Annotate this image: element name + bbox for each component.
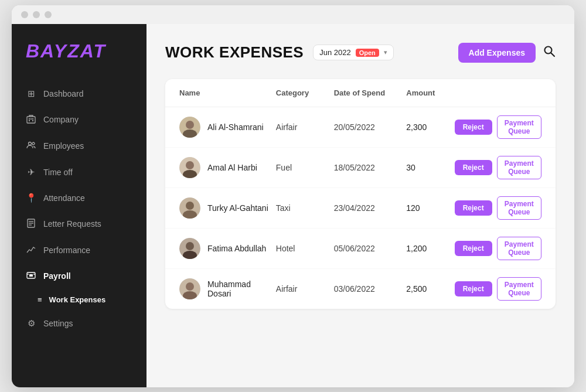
sidebar-nav: ⊞ Dashboard Company Employees ✈ — [12, 76, 146, 341]
reject-button[interactable]: Reject — [455, 241, 492, 256]
table-row: Amal Al Harbi Fuel 18/05/2022 30 Reject … — [165, 148, 556, 188]
employee-name: Fatima Abdullah — [207, 244, 266, 253]
browser-dot-3 — [45, 11, 52, 18]
employee-name: Muhammad Dosari — [207, 279, 276, 298]
performance-icon — [26, 245, 36, 256]
svg-rect-13 — [29, 274, 33, 277]
header-left: WORK EXPENSES Jun 2022 Open ▾ — [165, 43, 394, 62]
sidebar-item-label: Time off — [43, 168, 73, 177]
chevron-down-icon: ▾ — [384, 49, 387, 56]
employee-cell: Amal Al Harbi — [179, 157, 276, 178]
browser-dot-2 — [33, 11, 40, 18]
sidebar-item-label: Performance — [43, 246, 90, 255]
payment-queue-button[interactable]: Payment Queue — [497, 115, 541, 139]
sidebar-item-label: Dashboard — [43, 89, 84, 98]
category: Airfair — [276, 122, 334, 132]
sidebar-item-company[interactable]: Company — [12, 107, 146, 133]
reject-button[interactable]: Reject — [455, 160, 492, 175]
avatar — [179, 197, 200, 219]
sidebar-item-attendance[interactable]: 📍 Attendance — [12, 185, 146, 211]
avatar — [179, 278, 200, 299]
sidebar-item-settings[interactable]: ⚙ Settings — [12, 311, 146, 336]
sidebar-item-label: Employees — [43, 141, 84, 151]
date-of-spend: 23/04/2022 — [334, 203, 407, 213]
svg-point-25 — [186, 202, 194, 210]
svg-point-16 — [545, 47, 552, 54]
settings-icon: ⚙ — [26, 318, 36, 329]
app-container: BAYZAT ⊞ Dashboard Company Empl — [12, 24, 574, 387]
col-name: Name — [179, 88, 276, 97]
category: Taxi — [276, 203, 334, 213]
svg-line-17 — [551, 53, 555, 57]
date-of-spend: 05/06/2022 — [334, 244, 407, 253]
svg-point-19 — [186, 121, 194, 129]
svg-point-7 — [32, 142, 35, 145]
employee-cell: Turky Al-Gahtani — [179, 197, 276, 219]
amount: 120 — [406, 203, 454, 213]
svg-point-6 — [29, 142, 32, 145]
table-row: Muhammad Dosari Airfair 03/06/2022 2,500… — [165, 269, 556, 309]
svg-rect-5 — [32, 120, 33, 121]
employee-cell: Ali Al-Shamrani — [179, 117, 276, 138]
svg-rect-4 — [29, 120, 30, 121]
attendance-icon: 📍 — [26, 193, 36, 203]
sidebar: BAYZAT ⊞ Dashboard Company Empl — [12, 24, 146, 387]
payment-queue-button[interactable]: Payment Queue — [497, 196, 541, 220]
sidebar-item-payroll[interactable]: Payroll — [12, 264, 146, 289]
table-row: Fatima Abdullah Hotel 05/06/2022 1,200 R… — [165, 229, 556, 269]
col-date: Date of Spend — [334, 88, 407, 97]
sidebar-item-employees[interactable]: Employees — [12, 133, 146, 159]
payroll-icon — [26, 271, 36, 281]
sidebar-subitem-work-expenses[interactable]: ≡ Work Expenses — [12, 289, 146, 311]
dashboard-icon: ⊞ — [26, 88, 36, 99]
avatar — [179, 157, 200, 178]
company-icon — [26, 114, 36, 125]
sidebar-item-label: Company — [43, 115, 79, 124]
actions-cell: Reject Payment Queue — [455, 237, 541, 260]
svg-rect-0 — [27, 117, 35, 123]
date-period-selector[interactable]: Jun 2022 Open ▾ — [313, 45, 394, 60]
logo-text: BAYZAT — [26, 40, 106, 62]
browser-bar — [12, 5, 574, 24]
sidebar-item-performance[interactable]: Performance — [12, 237, 146, 264]
svg-point-31 — [186, 282, 194, 291]
actions-cell: Reject Payment Queue — [455, 277, 541, 301]
employee-name: Ali Al-Shamrani — [207, 122, 264, 132]
amount: 30 — [406, 163, 454, 172]
category: Fuel — [276, 163, 334, 172]
category: Airfair — [276, 284, 334, 294]
payment-queue-button[interactable]: Payment Queue — [497, 156, 541, 179]
date-of-spend: 18/05/2022 — [334, 163, 407, 172]
svg-point-28 — [186, 242, 194, 250]
sidebar-item-timeoff[interactable]: ✈ Time off — [12, 159, 146, 185]
sidebar-item-letter-requests[interactable]: Letter Requests — [12, 211, 146, 237]
employee-name: Amal Al Harbi — [207, 163, 257, 172]
actions-cell: Reject Payment Queue — [455, 115, 541, 139]
search-button[interactable] — [543, 45, 556, 60]
avatar — [179, 238, 200, 259]
sidebar-item-label: Attendance — [43, 193, 85, 203]
amount: 2,300 — [406, 122, 454, 132]
reject-button[interactable]: Reject — [455, 281, 492, 296]
payment-queue-button[interactable]: Payment Queue — [497, 237, 541, 260]
reject-button[interactable]: Reject — [455, 120, 492, 135]
header-right: Add Expenses — [458, 43, 556, 63]
letter-requests-icon — [26, 219, 36, 230]
payment-queue-button[interactable]: Payment Queue — [497, 277, 541, 301]
svg-rect-3 — [32, 118, 33, 120]
actions-cell: Reject Payment Queue — [455, 196, 541, 220]
col-actions — [455, 88, 541, 97]
reject-button[interactable]: Reject — [455, 200, 492, 216]
svg-point-22 — [186, 161, 194, 169]
table-row: Ali Al-Shamrani Airfair 20/05/2022 2,300… — [165, 107, 556, 148]
sidebar-item-label: Letter Requests — [43, 219, 101, 229]
date-of-spend: 03/06/2022 — [334, 284, 407, 294]
page-title: WORK EXPENSES — [165, 43, 304, 62]
sidebar-item-label: Payroll — [43, 271, 71, 281]
add-expenses-button[interactable]: Add Expenses — [458, 43, 536, 63]
browser-window: BAYZAT ⊞ Dashboard Company Empl — [12, 5, 574, 387]
table-row: Turky Al-Gahtani Taxi 23/04/2022 120 Rej… — [165, 188, 556, 229]
actions-cell: Reject Payment Queue — [455, 156, 541, 179]
sidebar-item-dashboard[interactable]: ⊞ Dashboard — [12, 81, 146, 107]
col-category: Category — [276, 88, 334, 97]
